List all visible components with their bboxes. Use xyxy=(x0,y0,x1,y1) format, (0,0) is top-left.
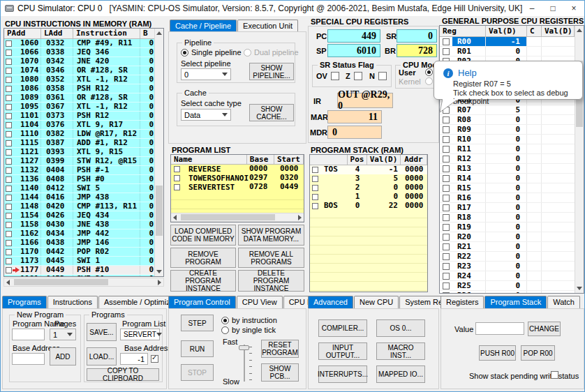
load-compiled-code-button[interactable]: LOAD COMPILED CODE IN MEMORY xyxy=(170,225,236,246)
register-breakpoint-checkbox[interactable] xyxy=(443,204,450,211)
add-button[interactable]: ADD xyxy=(50,347,76,365)
scroll-left-icon[interactable] xyxy=(6,280,10,285)
register-row[interactable]: R20 0 xyxy=(440,232,575,242)
dual-pipeline-option[interactable]: Dual pipeline xyxy=(244,48,299,56)
maximize-button[interactable]: □ xyxy=(542,1,563,16)
speed-slider[interactable] xyxy=(239,345,249,350)
create-program-instance-button[interactable]: CREATE PROGRAM INSTANCE xyxy=(170,270,236,292)
stack-checkbox[interactable] xyxy=(312,176,318,182)
by-instruction-option[interactable]: by instruction xyxy=(221,316,277,324)
tab-advanced[interactable]: Advanced xyxy=(308,296,353,308)
by-instruction-radio[interactable] xyxy=(221,317,229,324)
scrollbar-thumb[interactable] xyxy=(156,186,163,236)
show-pcb-button[interactable]: SHOW PCB... xyxy=(261,363,299,382)
minimize-button[interactable]: – xyxy=(521,1,542,16)
breakpoint-checkbox[interactable] xyxy=(6,231,12,237)
remove-program-button[interactable]: REMOVE PROGRAM xyxy=(170,248,236,268)
breakpoint-checkbox[interactable] xyxy=(6,131,12,137)
register-row[interactable]: R15 0 xyxy=(440,183,575,193)
show-cache-button[interactable]: SHOW CACHE... xyxy=(249,104,294,121)
breakpoint-checkbox[interactable] xyxy=(6,77,12,83)
push-r00-button[interactable]: PUSH R00 xyxy=(479,345,516,361)
breakpoint-checkbox[interactable] xyxy=(6,113,12,119)
reset-program-button[interactable]: RESET PROGRAM xyxy=(261,340,299,358)
show-program-data-memory-button[interactable]: SHOW PROGRAM DATA MEMORY... xyxy=(238,225,304,246)
n-checkbox[interactable] xyxy=(378,72,387,80)
register-row[interactable]: R13 0 xyxy=(440,164,575,174)
register-breakpoint-checkbox[interactable] xyxy=(443,38,450,45)
breakpoint-checkbox[interactable] xyxy=(6,122,12,128)
pages-select[interactable]: 1 xyxy=(50,329,76,340)
register-row[interactable]: R18 0 xyxy=(440,213,575,223)
breakpoint-checkbox[interactable] xyxy=(6,204,12,210)
register-breakpoint-checkbox[interactable] xyxy=(443,224,450,231)
breakpoint-checkbox[interactable] xyxy=(6,86,12,92)
breakpoint-checkbox[interactable] xyxy=(6,258,12,264)
instructions-horizontal-scrollbar[interactable] xyxy=(3,278,164,287)
os0-button[interactable]: OS 0... xyxy=(376,319,425,337)
tab-execution-unit[interactable]: Execution Unit xyxy=(237,20,298,32)
by-single-tick-radio[interactable] xyxy=(221,326,229,334)
stack-checkbox[interactable] xyxy=(312,167,318,173)
show-pipeline-button[interactable]: SHOW PIPELINE... xyxy=(249,63,294,80)
remove-all-programs-button[interactable]: REMOVE ALL PROGRAMS xyxy=(238,248,304,268)
save-button[interactable]: SAVE... xyxy=(87,323,117,341)
register-row[interactable]: R17 0 xyxy=(440,203,575,213)
breakpoint-checkbox[interactable] xyxy=(6,149,12,156)
scroll-down-icon[interactable] xyxy=(577,287,582,290)
program-checkbox[interactable] xyxy=(174,184,180,190)
tab-cache-pipeline[interactable]: Cache / Pipeline xyxy=(170,20,237,32)
scroll-right-icon[interactable] xyxy=(298,215,302,220)
tab-instructions[interactable]: Instructions xyxy=(47,296,98,308)
base-address-input[interactable] xyxy=(12,353,45,365)
program-list-table[interactable]: Name Base Start REVERSE 0000 0000 TOWERS… xyxy=(170,154,304,223)
pop-r00-button[interactable]: POP R00 xyxy=(521,345,555,361)
instructions-vertical-scrollbar[interactable] xyxy=(154,29,163,276)
instructions-table[interactable]: PAdd LAdd Instruction B 1060 0332 CMP #4… xyxy=(3,28,164,277)
pending-write-checkbox[interactable] xyxy=(551,371,558,379)
cache-type-select[interactable]: Data xyxy=(181,109,231,121)
register-row[interactable]: R09 0 xyxy=(440,125,575,135)
load-button[interactable]: LOAD... xyxy=(87,347,117,365)
register-row[interactable]: R11 0 xyxy=(440,144,575,154)
single-pipeline-radio[interactable] xyxy=(181,49,188,56)
register-row[interactable]: R25 0 xyxy=(440,281,575,291)
by-single-tick-option[interactable]: by single tick xyxy=(221,326,276,334)
program-checkbox[interactable] xyxy=(174,166,180,172)
register-breakpoint-checkbox[interactable] xyxy=(443,175,450,182)
stack-checkbox[interactable] xyxy=(312,185,318,191)
tab-programs[interactable]: Programs xyxy=(2,296,47,308)
breakpoint-checkbox[interactable] xyxy=(6,167,12,174)
register-row[interactable]: R14 0 xyxy=(440,174,575,183)
tab-program-control[interactable]: Program Control xyxy=(168,296,236,308)
register-breakpoint-checkbox[interactable] xyxy=(443,234,450,241)
register-row[interactable]: R07 5 xyxy=(440,105,575,115)
tab-new-cpu[interactable]: New CPU xyxy=(354,296,399,308)
program-stack-table[interactable]: Pos Val(D) Addr TOS 4 -1 0000 3 5 0000 xyxy=(309,154,428,292)
register-breakpoint-checkbox[interactable] xyxy=(443,165,450,172)
register-row[interactable]: R21 0 xyxy=(440,242,575,252)
register-breakpoint-checkbox[interactable] xyxy=(443,116,450,123)
register-row[interactable]: R01 0 xyxy=(440,47,575,56)
ov-checkbox[interactable] xyxy=(331,72,339,80)
register-breakpoint-checkbox[interactable] xyxy=(443,126,450,133)
register-row[interactable]: R10 0 xyxy=(440,135,575,144)
program-checkbox[interactable] xyxy=(174,175,180,181)
register-row[interactable]: R22 0 xyxy=(440,252,575,262)
change-button[interactable]: CHANGE xyxy=(528,322,561,336)
scroll-down-icon[interactable] xyxy=(156,270,162,273)
user-mode-radio[interactable] xyxy=(425,68,433,76)
tab-registers[interactable]: Registers xyxy=(440,296,484,308)
macro-inst-button[interactable]: MACRO INST... xyxy=(376,342,425,360)
tab-program-stack[interactable]: Program Stack xyxy=(484,296,547,308)
program-row[interactable]: SERVERTEST 0728 0449 xyxy=(171,183,304,192)
z-checkbox[interactable] xyxy=(354,72,362,80)
register-breakpoint-checkbox[interactable] xyxy=(443,48,450,55)
step-button[interactable]: STEP xyxy=(181,315,214,331)
compiler-button[interactable]: COMPILER... xyxy=(318,319,367,337)
register-row[interactable]: R16 0 xyxy=(440,193,575,203)
input-output-button[interactable]: INPUT OUTPUT... xyxy=(318,342,367,360)
tab-cpu-view[interactable]: CPU View xyxy=(237,296,283,308)
register-breakpoint-checkbox[interactable] xyxy=(443,292,450,294)
breakpoint-checkbox[interactable] xyxy=(6,267,12,273)
